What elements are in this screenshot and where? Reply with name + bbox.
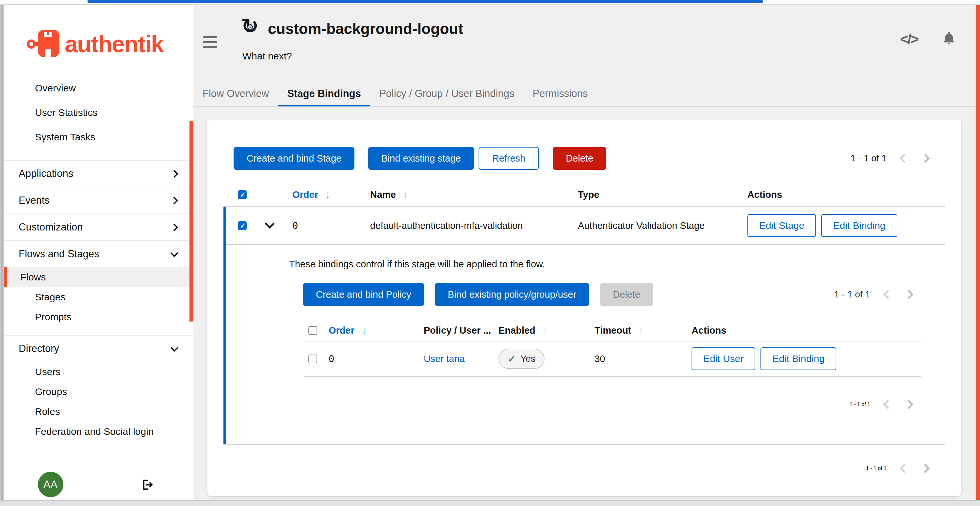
column-order[interactable]: Order↓ [293, 189, 370, 200]
column-actions: Actions [692, 325, 921, 336]
sidebar-item-federation-social-login[interactable]: Federation and Social login [4, 422, 193, 441]
page-title: custom-background-logout [268, 20, 463, 38]
sidebar-item-overview[interactable]: Overview [4, 76, 193, 100]
window-bottom-strip [0, 500, 980, 506]
edit-binding-button[interactable]: Edit Binding [821, 214, 897, 237]
sidebar-item-user-statistics[interactable]: User Statistics [4, 100, 193, 125]
enabled-badge: ✓Yes [498, 349, 544, 369]
pagination-prev-icon[interactable] [900, 154, 909, 163]
create-and-bind-policy-button[interactable]: Create and bind Policy [303, 283, 424, 306]
pagination-bottom: 1 - 1 of 1 [866, 461, 928, 476]
policy-toolbar: Create and bind Policy Bind existing pol… [303, 283, 912, 306]
delete-policy-button[interactable]: Delete [600, 283, 653, 306]
bind-existing-policy-button[interactable]: Bind existing policy/group/user [435, 283, 589, 306]
divider [223, 244, 945, 245]
chevron-right-icon [170, 223, 178, 231]
tab-permissions[interactable]: Permissions [523, 82, 597, 107]
sidebar-scrollbar-thumb[interactable] [189, 121, 193, 322]
pagination-label: 1 - 1 of 1 [834, 289, 870, 300]
authentik-logo: authentik [27, 28, 163, 60]
cell-name: default-authentication-mfa-validation [370, 220, 578, 231]
chevron-down-icon [170, 249, 178, 257]
tab-flow-overview[interactable]: Flow Overview [193, 82, 278, 107]
tab-policy-group-user-bindings[interactable]: Policy / Group / User Bindings [370, 82, 523, 107]
sidebar-section-applications[interactable]: Applications [4, 160, 193, 187]
page-scrollbar-orange[interactable] [976, 5, 980, 500]
stage-table-header: Order↓ Name↕ Type Actions [223, 183, 945, 206]
edit-user-button[interactable]: Edit User [692, 347, 755, 370]
create-and-bind-stage-button[interactable]: Create and bind Stage [234, 147, 355, 170]
pagination-next-icon[interactable] [904, 290, 913, 299]
column-actions: Actions [748, 189, 945, 200]
sidebar-item-stages[interactable]: Stages [4, 287, 193, 307]
policy-table-row: 0 User tana ✓Yes 30 Edit User Edit Bindi… [304, 341, 921, 376]
stage-bindings-card: Create and bind Stage Bind existing stag… [207, 120, 961, 496]
sidebar-item-flows[interactable]: Flows [4, 267, 193, 287]
column-order[interactable]: Order↓ [329, 325, 424, 336]
row-checkbox[interactable] [309, 355, 317, 363]
chevron-down-icon [170, 344, 178, 352]
user-link[interactable]: User tana [424, 354, 465, 364]
edit-stage-button[interactable]: Edit Stage [748, 214, 816, 237]
sort-desc-icon: ↓ [362, 325, 366, 336]
sort-icon: ↕ [542, 325, 547, 336]
select-all-checkbox[interactable] [238, 190, 247, 199]
notifications-bell-icon[interactable] [942, 31, 956, 48]
pagination-prev-icon[interactable] [883, 400, 892, 409]
column-name[interactable]: Name↕ [370, 189, 578, 200]
left-scrollbar-thumb[interactable] [1, 5, 3, 506]
tab-bar: Flow Overview Stage Bindings Policy / Gr… [193, 82, 597, 107]
chevron-right-icon [170, 197, 178, 205]
sidebar-item-groups[interactable]: Groups [4, 382, 193, 401]
bindings-description: These bindings control if this stage wil… [289, 259, 545, 270]
sidebar-section-directory[interactable]: Directory [4, 336, 193, 362]
column-timeout[interactable]: Timeout↕ [595, 325, 692, 336]
edit-binding-button[interactable]: Edit Binding [760, 347, 836, 370]
pagination-label: 1 - 1 of 1 [850, 153, 886, 163]
column-policy-user: Policy / User ... [424, 325, 498, 336]
sidebar: authentik Overview User Statistics Syste… [4, 5, 193, 500]
left-window-scrollbar[interactable] [0, 5, 4, 506]
authentik-logo-icon [27, 28, 63, 60]
logout-icon[interactable] [140, 478, 154, 493]
pagination-next-icon[interactable] [904, 400, 913, 409]
check-icon: ✓ [508, 353, 516, 365]
pagination-next-icon[interactable] [921, 154, 930, 163]
expanded-row-indicator [223, 207, 226, 444]
flow-process-icon: ↻ ⚙ [241, 17, 260, 37]
pagination-prev-icon[interactable] [883, 290, 892, 299]
row-checkbox[interactable] [238, 221, 247, 230]
sort-icon: ↕ [638, 325, 643, 336]
pagination-prev-icon[interactable] [900, 464, 909, 473]
tab-stage-bindings[interactable]: Stage Bindings [278, 82, 370, 107]
sidebar-item-prompts[interactable]: Prompts [4, 307, 193, 327]
divider [304, 376, 921, 377]
header-icons: </> [900, 31, 956, 48]
stage-toolbar: Create and bind Stage Bind existing stag… [234, 147, 928, 170]
bind-existing-stage-button[interactable]: Bind existing stage [368, 147, 474, 170]
select-all-checkbox[interactable] [309, 326, 317, 335]
cell-order: 0 [329, 353, 424, 364]
sort-desc-icon: ↓ [325, 189, 330, 200]
cell-type: Authenticator Validation Stage [578, 220, 748, 231]
sidebar-item-roles[interactable]: Roles [4, 401, 193, 422]
app-root: authentik Overview User Statistics Syste… [0, 0, 980, 506]
pagination-policy-top: 1 - 1 of 1 [834, 289, 912, 300]
pagination-next-icon[interactable] [921, 464, 930, 473]
hamburger-menu-icon[interactable] [203, 36, 217, 48]
policy-table-header: Order↓ Policy / User ... Enabled↕ Timeou… [304, 320, 921, 341]
sidebar-item-users[interactable]: Users [4, 362, 193, 382]
sidebar-section-customization[interactable]: Customization [4, 214, 193, 240]
sidebar-section-events[interactable]: Events [4, 187, 193, 214]
api-code-icon[interactable]: </> [900, 31, 918, 48]
refresh-button[interactable]: Refresh [479, 147, 539, 170]
sidebar-section-flows-and-stages[interactable]: Flows and Stages [4, 241, 193, 267]
cell-timeout: 30 [595, 354, 692, 364]
avatar[interactable]: AA [38, 472, 64, 497]
delete-button[interactable]: Delete [553, 147, 606, 170]
column-type: Type [578, 189, 748, 200]
sidebar-item-system-tasks[interactable]: System Tasks [4, 125, 193, 149]
column-enabled[interactable]: Enabled↕ [498, 325, 595, 336]
row-expand-chevron-icon[interactable] [265, 219, 275, 229]
pagination-policy-bottom: 1 - 1 of 1 [850, 397, 912, 412]
